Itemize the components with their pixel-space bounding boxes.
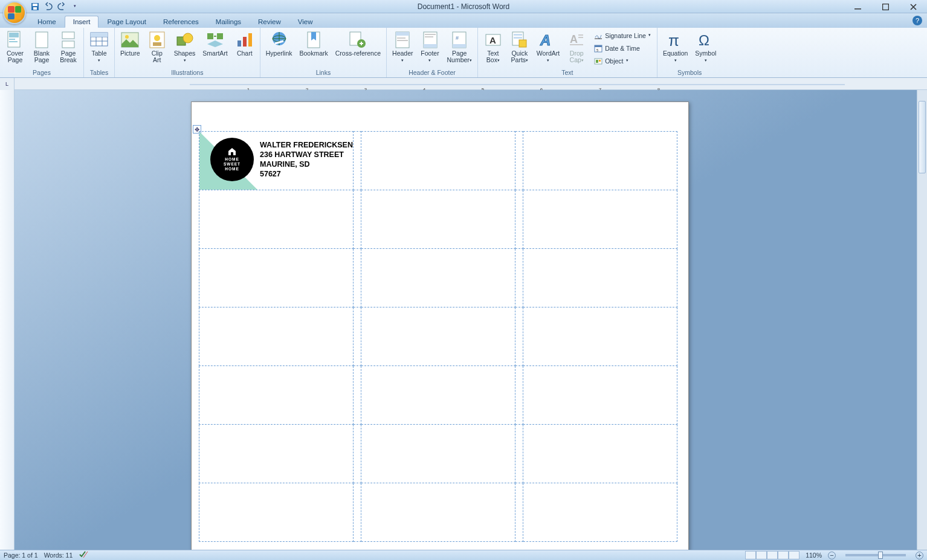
date-time-button[interactable]: 5Date & Time (592, 42, 653, 54)
label-cell[interactable] (361, 132, 515, 190)
shapes-button[interactable]: Shapes▾ (171, 29, 199, 65)
label-cell[interactable] (523, 132, 677, 190)
tab-home[interactable]: Home (29, 16, 65, 28)
svg-rect-63 (599, 60, 601, 62)
label-cell[interactable] (361, 307, 515, 366)
wordart-button[interactable]: AWordArt▾ (534, 29, 563, 65)
text-box-button[interactable]: AText Box▾ (480, 29, 506, 65)
header-button[interactable]: Header▾ (389, 29, 416, 65)
zoom-out-button[interactable]: − (828, 552, 836, 559)
blank-page-button[interactable]: Blank Page (29, 29, 54, 65)
status-words[interactable]: Words: 11 (44, 552, 73, 559)
label-cell[interactable] (199, 307, 354, 366)
label-cell[interactable] (361, 483, 515, 542)
label-cell[interactable] (523, 483, 677, 542)
proofing-icon[interactable] (79, 551, 88, 559)
close-button[interactable] (899, 0, 927, 13)
ribbon: Cover Page Blank Page Page Break Pages T… (0, 28, 927, 78)
zoom-slider[interactable] (845, 554, 906, 556)
draft-view[interactable] (789, 551, 799, 559)
ruler-horizontal[interactable]: L 12345678 (0, 78, 927, 90)
tab-insert[interactable]: Insert (65, 16, 99, 28)
drop-cap-button[interactable]: ADrop Cap▾ (564, 29, 589, 65)
page-canvas[interactable]: ✥ HOMESWEETHOME WALTER FREDERICKSEN (15, 90, 927, 550)
svg-rect-56 (570, 44, 583, 45)
help-icon[interactable]: ? (912, 16, 922, 25)
scrollbar-thumb[interactable] (919, 101, 926, 173)
group-tables: Table▾ Tables (84, 28, 115, 77)
svg-rect-54 (578, 34, 583, 36)
symbol-button[interactable]: ΩSymbol▾ (692, 29, 719, 65)
equation-button[interactable]: πEquation▾ (660, 29, 691, 65)
cross-reference-button[interactable]: Cross-reference (332, 29, 384, 58)
label-cell[interactable] (523, 425, 677, 483)
tab-view[interactable]: View (289, 16, 321, 28)
page-break-button[interactable]: Page Break (56, 29, 81, 65)
chart-button[interactable]: Chart (232, 29, 257, 58)
label-cell[interactable] (199, 366, 354, 425)
smartart-button[interactable]: SmartArt (199, 29, 230, 58)
svg-rect-28 (243, 37, 247, 47)
label-cell[interactable] (361, 190, 515, 249)
full-screen-view[interactable] (756, 551, 767, 559)
tab-references[interactable]: References (155, 16, 207, 28)
picture-button[interactable]: Picture (117, 29, 143, 58)
svg-rect-49 (514, 34, 522, 36)
zoom-level[interactable]: 110% (806, 552, 822, 559)
label-cell[interactable] (199, 190, 354, 249)
status-page[interactable]: Page: 1 of 1 (4, 552, 38, 559)
redo-icon[interactable] (57, 2, 66, 11)
svg-rect-37 (397, 37, 405, 39)
label-cell[interactable] (199, 483, 354, 542)
maximize-button[interactable] (871, 0, 899, 13)
page-number-button[interactable]: #Page Number▾ (444, 29, 475, 65)
signature-line-button[interactable]: Signature Line ▾ (592, 30, 653, 42)
tab-mailings[interactable]: Mailings (207, 16, 250, 28)
svg-text:A: A (540, 32, 551, 48)
label-cell[interactable] (523, 190, 677, 249)
house-icon (228, 147, 236, 156)
ruler-vertical[interactable] (0, 90, 15, 550)
tab-page-layout[interactable]: Page Layout (99, 16, 155, 28)
label-cell[interactable] (199, 249, 354, 307)
label-cell[interactable] (361, 425, 515, 483)
print-layout-view[interactable] (745, 551, 756, 559)
address-block[interactable]: WALTER FREDERICKSEN 236 HARTWAY STREET M… (260, 140, 353, 179)
svg-point-19 (125, 35, 129, 39)
svg-rect-3 (854, 8, 861, 10)
svg-text:Ω: Ω (699, 32, 709, 48)
web-layout-view[interactable] (767, 551, 778, 559)
svg-rect-38 (397, 40, 408, 41)
qat-dropdown-icon[interactable]: ▾ (70, 1, 80, 11)
cover-page-button[interactable]: Cover Page (2, 29, 28, 65)
ruler-corner[interactable]: L (0, 78, 15, 90)
object-button[interactable]: Object ▾ (592, 55, 653, 67)
hyperlink-button[interactable]: Hyperlink (263, 29, 296, 58)
label-cell[interactable] (523, 366, 677, 425)
outline-view[interactable] (778, 551, 789, 559)
label-table[interactable]: HOMESWEETHOME WALTER FREDERICKSEN 236 HA… (199, 131, 677, 542)
svg-rect-55 (578, 37, 583, 38)
label-cell[interactable] (361, 249, 515, 307)
tab-review[interactable]: Review (250, 16, 289, 28)
ribbon-tabs: Home Insert Page Layout References Maili… (0, 13, 927, 28)
svg-rect-25 (207, 33, 213, 39)
svg-text:π: π (668, 31, 679, 48)
label-cell[interactable] (523, 249, 677, 307)
footer-button[interactable]: Footer▾ (418, 29, 443, 65)
label-cell[interactable] (361, 366, 515, 425)
vertical-scrollbar[interactable] (917, 90, 927, 550)
label-cell[interactable] (199, 425, 354, 483)
page[interactable]: ✥ HOMESWEETHOME WALTER FREDERICKSEN (191, 101, 689, 550)
minimize-button[interactable] (844, 0, 871, 13)
table-button[interactable]: Table▾ (86, 29, 112, 65)
undo-icon[interactable] (44, 2, 53, 11)
clip-art-button[interactable]: Clip Art (144, 29, 170, 65)
office-button[interactable] (3, 1, 26, 24)
save-icon[interactable] (30, 2, 40, 11)
label-cell[interactable]: HOMESWEETHOME WALTER FREDERICKSEN 236 HA… (199, 132, 354, 190)
quick-parts-button[interactable]: Quick Parts▾ (507, 29, 532, 65)
bookmark-button[interactable]: Bookmark (297, 29, 331, 58)
label-cell[interactable] (523, 307, 677, 366)
zoom-in-button[interactable]: + (916, 552, 923, 559)
